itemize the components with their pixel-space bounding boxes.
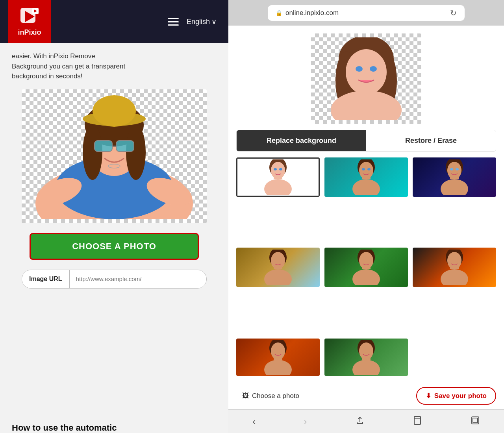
svg-point-34	[264, 179, 292, 195]
preview-image-area	[22, 89, 207, 223]
svg-point-62	[264, 360, 292, 375]
image-url-input[interactable]	[70, 270, 206, 288]
tagline-text: easier. With inPixio RemoveBackground yo…	[12, 51, 217, 81]
selfie-preview	[35, 93, 193, 219]
svg-point-45	[456, 168, 459, 170]
svg-point-39	[367, 168, 371, 170]
svg-point-58	[441, 269, 468, 285]
svg-point-53	[359, 252, 373, 269]
image-url-row: Image URL	[22, 270, 207, 289]
svg-rect-69	[473, 418, 478, 423]
svg-rect-14	[116, 141, 134, 152]
svg-point-31	[271, 162, 285, 179]
download-icon: ⬇	[426, 392, 431, 400]
hamburger-menu[interactable]	[168, 18, 179, 26]
right-browser-bar: 🔒 online.inpixio.com ↻	[228, 0, 504, 26]
bg-options-grid	[228, 152, 504, 339]
svg-point-44	[450, 168, 453, 170]
choose-photo-button[interactable]: CHOOSE A PHOTO	[30, 233, 199, 260]
right-preview-svg	[315, 37, 417, 120]
svg-point-10	[126, 125, 146, 180]
svg-point-25	[346, 49, 387, 95]
bg-options-last-row	[228, 339, 504, 382]
bg-option-white[interactable]	[236, 157, 320, 197]
address-bar-right[interactable]: 🔒 online.inpixio.com ↻	[268, 5, 465, 21]
ios-nav-bar: ‹ ›	[228, 409, 504, 433]
choose-photo-small-btn[interactable]: 🖼 Choose a photo	[236, 388, 408, 404]
share-icon[interactable]	[355, 416, 365, 427]
divider	[412, 388, 412, 404]
language-selector[interactable]: English ∨	[187, 17, 217, 26]
save-photo-label: Save your photo	[434, 392, 487, 400]
checkerboard-preview	[311, 33, 421, 124]
refresh-icon[interactable]: ↻	[450, 8, 457, 18]
right-panel: 🔒 online.inpixio.com ↻	[228, 0, 504, 433]
save-photo-button[interactable]: ⬇ Save your photo	[416, 387, 496, 405]
svg-point-54	[352, 269, 380, 285]
bg-option-greenery[interactable]	[324, 339, 408, 376]
choose-photo-small-label: Choose a photo	[252, 392, 299, 400]
svg-point-33	[279, 168, 282, 170]
tab-replace-background[interactable]: Replace background	[237, 130, 366, 151]
svg-rect-13	[94, 141, 112, 152]
image-icon: 🖼	[242, 392, 249, 400]
logo-play-icon	[20, 7, 39, 27]
svg-point-61	[271, 342, 285, 360]
svg-rect-67	[414, 416, 421, 424]
right-url: online.inpixio.com	[285, 9, 339, 17]
svg-point-57	[447, 252, 461, 269]
logo-box: inPixio	[8, 0, 51, 43]
left-panel: inPixio English ∨ easier. With inPixio R…	[0, 0, 228, 433]
header-right: English ∨	[51, 17, 220, 26]
language-label: English	[187, 18, 210, 26]
bg-option-forest[interactable]	[324, 248, 408, 287]
svg-point-12	[93, 95, 136, 127]
back-icon[interactable]: ‹	[252, 416, 256, 427]
tabs-icon[interactable]	[471, 416, 480, 427]
bottom-heading: How to use the automatic	[0, 411, 228, 433]
right-preview-area	[228, 26, 504, 130]
right-content: Replace background Restore / Erase	[228, 26, 504, 409]
left-content: easier. With inPixio RemoveBackground yo…	[0, 43, 228, 411]
tabs-row: Replace background Restore / Erase	[236, 130, 496, 152]
svg-point-32	[274, 168, 277, 170]
bookmark-icon[interactable]	[413, 416, 422, 427]
svg-point-66	[352, 360, 380, 375]
svg-point-26	[356, 66, 363, 72]
bg-option-fire[interactable]	[413, 248, 496, 287]
left-header: inPixio English ∨	[0, 0, 228, 43]
svg-point-27	[370, 66, 377, 72]
tab-restore-erase[interactable]: Restore / Erase	[366, 130, 496, 151]
empty-slot	[413, 339, 496, 376]
svg-point-40	[352, 179, 380, 195]
forward-icon[interactable]: ›	[304, 416, 307, 427]
right-bottom-bar: 🖼 Choose a photo ⬇ Save your photo	[228, 382, 504, 409]
bg-option-brick[interactable]	[236, 339, 320, 376]
svg-point-9	[83, 125, 102, 180]
svg-point-49	[271, 252, 285, 269]
svg-point-46	[441, 179, 468, 195]
bg-option-teal[interactable]	[324, 157, 408, 197]
lock-icon: 🔒	[276, 10, 282, 16]
image-url-label: Image URL	[22, 270, 70, 288]
svg-point-50	[264, 269, 292, 285]
svg-point-65	[359, 342, 373, 360]
bg-option-space[interactable]	[413, 157, 496, 197]
svg-point-43	[447, 162, 461, 179]
logo-text: inPixio	[18, 28, 41, 37]
svg-point-38	[362, 168, 365, 170]
chevron-down-icon: ∨	[211, 17, 217, 26]
bg-option-beach[interactable]	[236, 248, 320, 287]
svg-point-37	[359, 162, 373, 179]
